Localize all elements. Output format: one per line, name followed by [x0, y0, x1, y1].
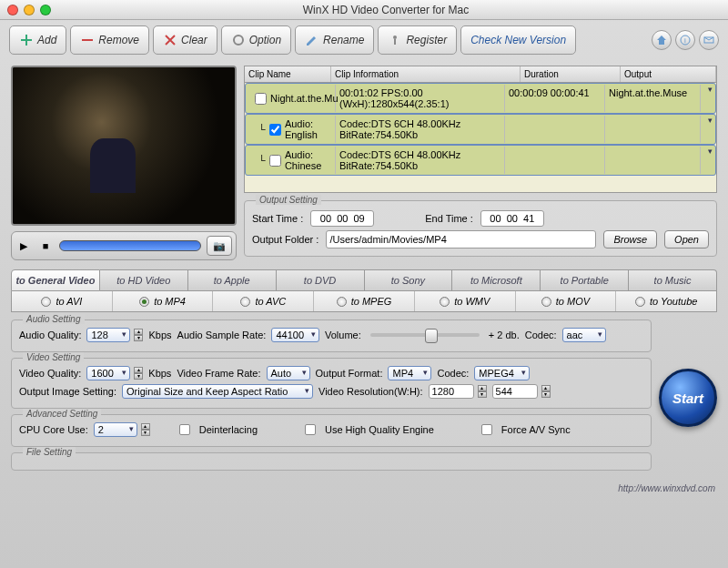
- category-tab[interactable]: to Apple: [188, 269, 277, 291]
- col-duration: Duration: [521, 66, 621, 82]
- force-sync-checkbox[interactable]: [481, 424, 492, 435]
- advanced-setting-group: Advanced Setting CPU Core Use: 2 ▴▾ Dein…: [11, 414, 652, 447]
- cpu-core-stepper[interactable]: ▴▾: [141, 423, 150, 436]
- output-folder-input[interactable]: [326, 230, 596, 248]
- output-folder-label: Output Folder :: [252, 234, 318, 245]
- playback-controls: ▶ ■ 📷: [11, 231, 237, 260]
- category-tab[interactable]: to Portable: [541, 269, 629, 291]
- deinterlacing-checkbox[interactable]: [179, 424, 190, 435]
- col-output: Output: [621, 66, 716, 82]
- category-tab[interactable]: to DVD: [277, 269, 365, 291]
- end-time-input[interactable]: [480, 210, 544, 227]
- format-tabs: to AVIto MP4to AVCto MPEGto WMVto MOVto …: [11, 291, 717, 312]
- open-button[interactable]: Open: [664, 230, 709, 248]
- start-button[interactable]: Start: [659, 369, 717, 427]
- cpu-core-select[interactable]: 2: [94, 422, 137, 437]
- start-time-input[interactable]: [310, 210, 374, 227]
- clip-table: Clip Name Clip Information Duration Outp…: [244, 66, 717, 193]
- table-row[interactable]: └Audio: ChineseCodec:DTS 6CH 48.00KHz Bi…: [245, 145, 716, 176]
- preview-panel: ▶ ■ 📷: [11, 66, 237, 260]
- volume-slider[interactable]: [370, 333, 480, 337]
- category-tab[interactable]: to Sony: [365, 269, 453, 291]
- register-button[interactable]: Register: [378, 25, 457, 55]
- play-icon[interactable]: ▶: [15, 238, 32, 254]
- output-setting-group: Output Setting Start Time : End Time : O…: [244, 200, 717, 257]
- end-time-label: End Time :: [425, 213, 473, 224]
- option-button[interactable]: Option: [221, 25, 291, 55]
- format-tab[interactable]: to MPEG: [314, 291, 415, 311]
- video-preview[interactable]: [11, 66, 237, 226]
- video-quality-stepper[interactable]: ▴▾: [134, 367, 143, 380]
- clip-checkbox[interactable]: [269, 124, 281, 136]
- output-format-select[interactable]: MP4: [388, 366, 431, 380]
- res-height-input[interactable]: [492, 384, 538, 399]
- video-quality-select[interactable]: 1600: [86, 366, 130, 380]
- table-row[interactable]: └Audio: EnglishCodec:DTS 6CH 48.00KHz Bi…: [245, 114, 716, 145]
- image-setting-select[interactable]: Original Size and Keep Aspect Ratio: [122, 384, 313, 399]
- video-setting-group: Video Setting Video Quality: 1600 ▴▾ Kbp…: [11, 358, 652, 409]
- col-clip-name: Clip Name: [245, 66, 331, 82]
- category-tab[interactable]: to General Video: [11, 269, 100, 291]
- res-height-stepper[interactable]: ▴▾: [541, 385, 551, 398]
- browse-button[interactable]: Browse: [603, 230, 657, 248]
- audio-codec-select[interactable]: aac: [562, 328, 606, 342]
- clip-checkbox[interactable]: [269, 155, 281, 167]
- radio-icon: [337, 297, 347, 307]
- res-width-stepper[interactable]: ▴▾: [478, 385, 487, 398]
- svg-rect-2: [82, 39, 93, 41]
- format-tab[interactable]: to WMV: [415, 291, 516, 311]
- category-tabs: to General Videoto HD Videoto Appleto DV…: [11, 269, 717, 291]
- footer-url[interactable]: http://www.winxdvd.com: [0, 480, 728, 497]
- radio-icon: [139, 297, 149, 307]
- info-icon[interactable]: i: [675, 30, 695, 50]
- rename-button[interactable]: Rename: [295, 25, 374, 55]
- seek-slider[interactable]: [59, 240, 201, 251]
- svg-point-4: [393, 36, 397, 39]
- titlebar: WinX HD Video Converter for Mac: [0, 0, 728, 20]
- clear-button[interactable]: Clear: [153, 25, 217, 55]
- window-title: WinX HD Video Converter for Mac: [51, 4, 721, 16]
- res-width-input[interactable]: [429, 384, 474, 399]
- check-version-button[interactable]: Check New Version: [460, 25, 576, 55]
- format-tab[interactable]: to Youtube: [616, 291, 716, 311]
- radio-icon: [440, 297, 450, 307]
- close-icon[interactable]: [7, 5, 18, 15]
- framerate-select[interactable]: Auto: [267, 366, 310, 380]
- window-controls: [7, 5, 51, 15]
- format-tab[interactable]: to MP4: [113, 291, 214, 311]
- audio-sample-select[interactable]: 44100: [271, 328, 319, 342]
- add-button[interactable]: Add: [9, 25, 66, 55]
- video-codec-select[interactable]: MPEG4: [474, 366, 530, 380]
- stop-icon[interactable]: ■: [37, 238, 54, 254]
- table-row[interactable]: Night.at.the.Mu00:01:02 FPS:0.00 (WxH):1…: [245, 83, 716, 114]
- hq-engine-checkbox[interactable]: [305, 424, 316, 435]
- svg-rect-5: [394, 39, 396, 45]
- home-icon[interactable]: [652, 30, 672, 50]
- radio-icon: [635, 297, 645, 307]
- toolbar: Add Remove Clear Option Rename Register …: [0, 20, 728, 60]
- snapshot-icon[interactable]: 📷: [207, 236, 232, 256]
- audio-setting-group: Audio Setting Audio Quality: 128 ▴▾ Kbps…: [11, 320, 652, 352]
- format-tab[interactable]: to AVC: [213, 291, 314, 311]
- file-setting-group: File Setting: [11, 452, 652, 471]
- clip-checkbox[interactable]: [255, 93, 267, 105]
- svg-text:i: i: [684, 36, 686, 45]
- remove-button[interactable]: Remove: [70, 25, 149, 55]
- start-time-label: Start Time :: [252, 213, 303, 224]
- minimize-icon[interactable]: [24, 5, 35, 15]
- category-tab[interactable]: to HD Video: [100, 269, 188, 291]
- category-tab[interactable]: to Microsoft: [452, 269, 541, 291]
- audio-quality-stepper[interactable]: ▴▾: [134, 329, 143, 341]
- radio-icon: [41, 297, 51, 307]
- svg-rect-1: [21, 39, 32, 41]
- radio-icon: [240, 297, 250, 307]
- zoom-icon[interactable]: [40, 5, 51, 15]
- format-tab[interactable]: to AVI: [12, 291, 113, 311]
- category-tab[interactable]: to Music: [629, 269, 717, 291]
- format-tab[interactable]: to MOV: [516, 291, 617, 311]
- mail-icon[interactable]: [699, 30, 719, 50]
- col-clip-info: Clip Information: [331, 66, 521, 82]
- radio-icon: [541, 297, 551, 307]
- svg-point-3: [234, 36, 243, 45]
- audio-quality-select[interactable]: 128: [86, 328, 130, 342]
